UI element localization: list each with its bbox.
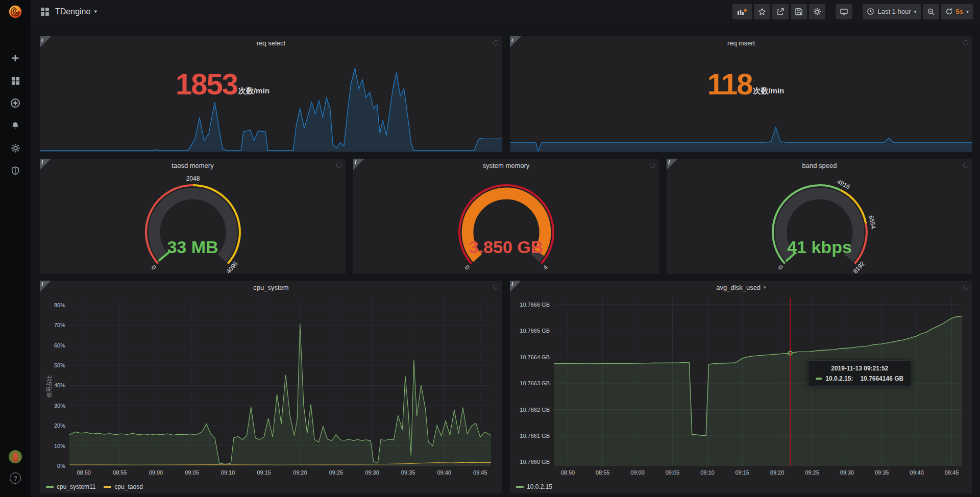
zoom-out-icon — [927, 8, 935, 16]
user-avatar[interactable] — [9, 450, 22, 463]
svg-text:20%: 20% — [54, 423, 65, 429]
svg-text:09:05: 09:05 — [666, 469, 680, 476]
panel-title[interactable]: avg_disk_used ▾ — [510, 281, 972, 294]
svg-text:09:10: 09:10 — [221, 469, 235, 476]
svg-text:60%: 60% — [54, 342, 65, 349]
panel-system-memory: i system memory 04 3.850 GB — [353, 159, 659, 274]
sidebar: ? — [0, 0, 31, 497]
share-dashboard-button[interactable] — [772, 4, 789, 19]
svg-text:8192: 8192 — [851, 260, 866, 274]
legend-item[interactable]: 10.0.2.15 — [516, 483, 552, 490]
singlestat-value: 118 次数/min — [707, 71, 784, 96]
panel-title[interactable]: system memory — [353, 159, 659, 172]
grafana-logo[interactable] — [0, 0, 31, 23]
legend-item[interactable]: cpu_taosd — [104, 483, 142, 490]
svg-text:08:50: 08:50 — [77, 469, 91, 476]
sidebar-item-alerting[interactable] — [10, 120, 21, 131]
panel-info-corner[interactable]: i — [40, 159, 51, 170]
svg-text:08:55: 08:55 — [113, 469, 127, 476]
navbar: TDengine ▾ — [0, 0, 980, 23]
y-axis-label: 使用占比 — [45, 366, 53, 407]
svg-text:08:55: 08:55 — [596, 469, 610, 476]
share-icon — [776, 8, 785, 16]
dashboard-picker-icon[interactable] — [41, 8, 49, 16]
graph-tooltip: 2019-11-13 09:21:52 10.0.2.15: 10.766414… — [808, 360, 911, 387]
panel-info-corner[interactable]: i — [40, 281, 51, 292]
svg-text:0%: 0% — [57, 463, 65, 469]
time-range-picker[interactable]: Last 1 hour ▾ — [863, 4, 920, 19]
clock-icon — [867, 8, 874, 15]
svg-text:08:50: 08:50 — [561, 469, 575, 476]
panel-title[interactable]: taosd memery — [40, 159, 346, 172]
req-select-sparkline[interactable] — [40, 62, 502, 152]
chevron-down-icon[interactable]: ▾ — [94, 8, 97, 15]
sidebar-item-explore[interactable] — [10, 98, 21, 108]
svg-text:09:00: 09:00 — [630, 469, 645, 476]
tooltip-timestamp: 2019-11-13 09:21:52 — [816, 365, 903, 372]
sidebar-item-dashboards[interactable] — [10, 76, 21, 86]
panel-loading-spinner-icon — [336, 163, 341, 168]
panel-loading-spinner-icon — [650, 163, 655, 168]
help-button[interactable]: ? — [10, 473, 21, 484]
panel-info-corner[interactable]: i — [40, 36, 51, 47]
panel-req-insert: i req insert 118 次数/min — [510, 36, 972, 152]
dashboard-title[interactable]: TDengine — [55, 7, 90, 16]
panel-menu-caret-icon[interactable]: ▾ — [764, 285, 766, 290]
grafana-logo-icon — [8, 4, 23, 19]
svg-text:0: 0 — [776, 264, 784, 271]
svg-text:10.7662 GB: 10.7662 GB — [520, 407, 550, 413]
sidebar-item-server-admin[interactable] — [10, 165, 21, 176]
svg-text:09:35: 09:35 — [875, 469, 889, 476]
svg-text:4096: 4096 — [225, 260, 239, 274]
svg-text:09:25: 09:25 — [805, 469, 819, 476]
refresh-icon[interactable] — [945, 8, 953, 15]
panel-title[interactable]: req select — [40, 36, 502, 49]
panel-info-corner[interactable]: i — [510, 36, 521, 47]
panel-info-corner[interactable]: i — [510, 281, 521, 292]
svg-text:09:45: 09:45 — [945, 469, 959, 476]
add-panel-icon — [737, 8, 748, 16]
panel-title[interactable]: req insert — [510, 36, 972, 49]
panel-loading-spinner-icon — [493, 285, 498, 290]
panel-title[interactable]: band speed — [667, 159, 972, 172]
panel-info-corner[interactable]: i — [353, 159, 364, 170]
system-memory-gauge: 04 — [420, 174, 593, 274]
sidebar-item-configuration[interactable] — [10, 143, 21, 153]
dashboard-settings-button[interactable] — [809, 4, 825, 19]
avg-disk-used-graph[interactable]: 08:5008:5509:0009:0509:1009:1509:2009:25… — [513, 295, 969, 479]
compass-icon — [10, 98, 20, 108]
svg-text:09:20: 09:20 — [770, 469, 785, 476]
tv-mode-button[interactable] — [836, 4, 852, 19]
add-panel-button[interactable] — [732, 4, 752, 19]
gear-icon — [813, 8, 821, 16]
legend-swatch — [516, 486, 524, 488]
panel-title[interactable]: cpu_system — [40, 281, 502, 294]
panel-taosd-memory: i taosd memery 020484096 33 MB — [40, 159, 346, 274]
gauge-value: 41 kbps — [733, 237, 906, 257]
cpu-system-graph[interactable]: 08:5008:5509:0009:0509:1009:1509:2009:25… — [43, 295, 499, 479]
refresh-button[interactable]: 5s ▾ — [941, 4, 973, 19]
refresh-interval-select[interactable]: 5s — [956, 8, 963, 15]
sidebar-item-create[interactable] — [10, 53, 21, 63]
save-dashboard-button[interactable] — [791, 4, 807, 19]
taosd-memory-gauge: 020484096 — [106, 174, 280, 274]
panel-cpu-system: i cpu_system 使用占比 08:5008:5509:0009:0509… — [40, 281, 502, 493]
svg-text:09:30: 09:30 — [365, 469, 379, 476]
svg-text:40%: 40% — [54, 382, 65, 388]
legend-item[interactable]: cpu_system11 — [46, 483, 95, 490]
svg-text:10.7664 GB: 10.7664 GB — [520, 354, 550, 360]
star-dashboard-button[interactable] — [754, 4, 770, 19]
zoom-out-button[interactable] — [923, 4, 939, 19]
svg-text:09:15: 09:15 — [257, 469, 271, 476]
svg-text:6554: 6554 — [867, 215, 877, 230]
svg-text:09:40: 09:40 — [437, 469, 451, 476]
svg-text:10.7661 GB: 10.7661 GB — [520, 433, 550, 439]
panel-loading-spinner-icon — [963, 163, 968, 168]
svg-text:10%: 10% — [54, 443, 65, 449]
legend-label: 10.0.2.15 — [527, 483, 552, 490]
tooltip-series-swatch — [816, 378, 822, 380]
panel-info-corner[interactable]: i — [667, 159, 678, 170]
svg-text:10.7660 GB: 10.7660 GB — [520, 459, 550, 465]
band-speed-gauge: 0491665548192 — [733, 174, 906, 274]
chevron-down-icon: ▾ — [966, 9, 969, 14]
